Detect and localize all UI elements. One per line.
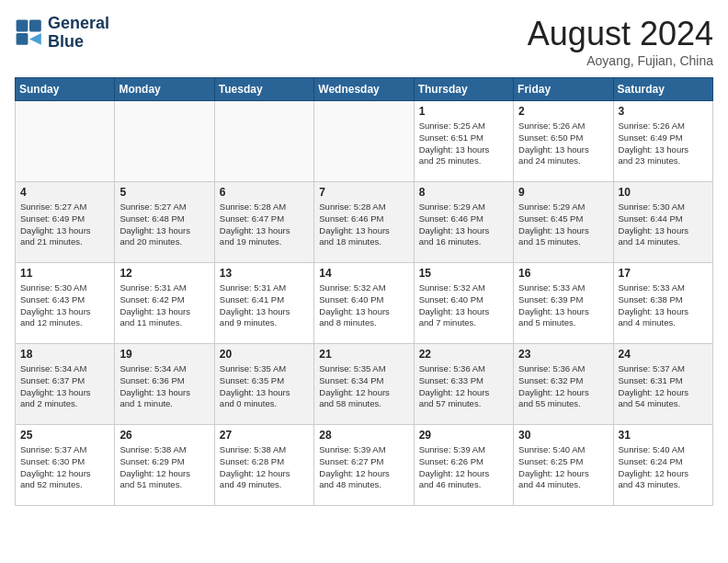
logo-line2: Blue	[48, 33, 109, 52]
day-number: 3	[619, 105, 708, 118]
day-number: 17	[619, 267, 708, 280]
day-number: 7	[319, 186, 408, 199]
day-info: Sunrise: 5:25 AM Sunset: 6:51 PM Dayligh…	[419, 121, 508, 167]
day-number: 22	[419, 348, 508, 361]
day-number: 12	[119, 267, 209, 280]
svg-rect-1	[29, 19, 41, 31]
calendar-cell: 22Sunrise: 5:36 AM Sunset: 6:33 PM Dayli…	[414, 344, 513, 425]
day-number: 2	[518, 105, 608, 118]
day-number: 24	[619, 348, 708, 361]
day-info: Sunrise: 5:33 AM Sunset: 6:38 PM Dayligh…	[619, 282, 708, 329]
calendar-week-row: 11Sunrise: 5:30 AM Sunset: 6:43 PM Dayli…	[16, 263, 713, 344]
day-number: 13	[220, 267, 309, 280]
calendar-week-row: 18Sunrise: 5:34 AM Sunset: 6:37 PM Dayli…	[16, 344, 713, 425]
svg-rect-0	[17, 19, 28, 31]
weekday-header-friday: Friday	[514, 78, 613, 101]
calendar-cell: 24Sunrise: 5:37 AM Sunset: 6:31 PM Dayli…	[613, 344, 712, 425]
day-info: Sunrise: 5:32 AM Sunset: 6:40 PM Dayligh…	[419, 282, 508, 329]
day-number: 29	[419, 429, 508, 442]
calendar-cell: 6Sunrise: 5:28 AM Sunset: 6:47 PM Daylig…	[214, 182, 313, 263]
day-number: 20	[220, 348, 309, 361]
day-number: 4	[20, 186, 109, 199]
day-number: 11	[20, 267, 109, 280]
calendar-cell: 5Sunrise: 5:27 AM Sunset: 6:48 PM Daylig…	[115, 182, 214, 263]
day-number: 21	[319, 348, 408, 361]
calendar-cell: 26Sunrise: 5:38 AM Sunset: 6:29 PM Dayli…	[115, 425, 214, 506]
day-number: 16	[518, 267, 608, 280]
title-block: August 2024 Aoyang, Fujian, China	[528, 15, 713, 68]
day-info: Sunrise: 5:39 AM Sunset: 6:27 PM Dayligh…	[319, 444, 408, 491]
day-info: Sunrise: 5:28 AM Sunset: 6:46 PM Dayligh…	[319, 201, 408, 248]
calendar-cell: 20Sunrise: 5:35 AM Sunset: 6:35 PM Dayli…	[214, 344, 313, 425]
calendar-cell: 14Sunrise: 5:32 AM Sunset: 6:40 PM Dayli…	[314, 263, 414, 344]
day-info: Sunrise: 5:34 AM Sunset: 6:36 PM Dayligh…	[119, 363, 209, 410]
day-info: Sunrise: 5:27 AM Sunset: 6:48 PM Dayligh…	[119, 201, 209, 248]
day-info: Sunrise: 5:37 AM Sunset: 6:30 PM Dayligh…	[20, 444, 109, 491]
location: Aoyang, Fujian, China	[528, 53, 713, 68]
calendar-cell: 17Sunrise: 5:33 AM Sunset: 6:38 PM Dayli…	[613, 263, 712, 344]
month-title: August 2024	[528, 15, 713, 53]
weekday-header-tuesday: Tuesday	[214, 78, 313, 101]
day-info: Sunrise: 5:39 AM Sunset: 6:26 PM Dayligh…	[419, 444, 508, 491]
day-number: 1	[419, 105, 508, 118]
svg-rect-2	[17, 33, 28, 45]
calendar-cell: 25Sunrise: 5:37 AM Sunset: 6:30 PM Dayli…	[16, 425, 115, 506]
calendar-cell: 21Sunrise: 5:35 AM Sunset: 6:34 PM Dayli…	[314, 344, 414, 425]
day-number: 15	[419, 267, 508, 280]
calendar-cell: 27Sunrise: 5:38 AM Sunset: 6:28 PM Dayli…	[214, 425, 313, 506]
calendar-cell: 11Sunrise: 5:30 AM Sunset: 6:43 PM Dayli…	[16, 263, 115, 344]
calendar-cell: 23Sunrise: 5:36 AM Sunset: 6:32 PM Dayli…	[514, 344, 613, 425]
day-info: Sunrise: 5:26 AM Sunset: 6:50 PM Dayligh…	[518, 121, 608, 167]
calendar-cell: 15Sunrise: 5:32 AM Sunset: 6:40 PM Dayli…	[414, 263, 513, 344]
day-info: Sunrise: 5:31 AM Sunset: 6:42 PM Dayligh…	[119, 282, 209, 329]
day-number: 30	[518, 429, 608, 442]
page-header: General Blue August 2024 Aoyang, Fujian,…	[15, 15, 713, 68]
calendar-cell: 7Sunrise: 5:28 AM Sunset: 6:46 PM Daylig…	[314, 182, 414, 263]
calendar-cell: 1Sunrise: 5:25 AM Sunset: 6:51 PM Daylig…	[414, 101, 513, 182]
logo: General Blue	[15, 15, 109, 52]
calendar-cell: 4Sunrise: 5:27 AM Sunset: 6:49 PM Daylig…	[16, 182, 115, 263]
calendar-cell: 13Sunrise: 5:31 AM Sunset: 6:41 PM Dayli…	[214, 263, 313, 344]
day-info: Sunrise: 5:40 AM Sunset: 6:25 PM Dayligh…	[518, 444, 608, 491]
logo-line1: General	[48, 15, 109, 33]
weekday-header-monday: Monday	[115, 78, 214, 101]
calendar-cell: 2Sunrise: 5:26 AM Sunset: 6:50 PM Daylig…	[514, 101, 613, 182]
day-number: 28	[319, 429, 408, 442]
day-info: Sunrise: 5:38 AM Sunset: 6:29 PM Dayligh…	[119, 444, 209, 491]
day-info: Sunrise: 5:29 AM Sunset: 6:46 PM Dayligh…	[419, 201, 508, 248]
calendar-week-row: 1Sunrise: 5:25 AM Sunset: 6:51 PM Daylig…	[16, 101, 713, 182]
day-info: Sunrise: 5:30 AM Sunset: 6:44 PM Dayligh…	[619, 201, 708, 248]
day-info: Sunrise: 5:36 AM Sunset: 6:32 PM Dayligh…	[518, 363, 608, 410]
logo-text: General Blue	[48, 15, 109, 52]
day-info: Sunrise: 5:35 AM Sunset: 6:34 PM Dayligh…	[319, 363, 408, 410]
calendar-cell	[16, 101, 115, 182]
day-number: 27	[220, 429, 309, 442]
calendar-cell: 29Sunrise: 5:39 AM Sunset: 6:26 PM Dayli…	[414, 425, 513, 506]
day-info: Sunrise: 5:29 AM Sunset: 6:45 PM Dayligh…	[518, 201, 608, 248]
calendar-cell: 10Sunrise: 5:30 AM Sunset: 6:44 PM Dayli…	[613, 182, 712, 263]
weekday-header-saturday: Saturday	[613, 78, 712, 101]
day-number: 19	[119, 348, 209, 361]
weekday-header-row: SundayMondayTuesdayWednesdayThursdayFrid…	[16, 78, 713, 101]
logo-icon	[15, 18, 44, 48]
day-number: 8	[419, 186, 508, 199]
day-number: 26	[119, 429, 209, 442]
calendar-cell: 8Sunrise: 5:29 AM Sunset: 6:46 PM Daylig…	[414, 182, 513, 263]
day-number: 23	[518, 348, 608, 361]
weekday-header-thursday: Thursday	[414, 78, 513, 101]
weekday-header-sunday: Sunday	[16, 78, 115, 101]
day-number: 18	[20, 348, 109, 361]
calendar-cell	[115, 101, 214, 182]
weekday-header-wednesday: Wednesday	[314, 78, 414, 101]
day-number: 6	[220, 186, 309, 199]
day-info: Sunrise: 5:32 AM Sunset: 6:40 PM Dayligh…	[319, 282, 408, 329]
day-info: Sunrise: 5:33 AM Sunset: 6:39 PM Dayligh…	[518, 282, 608, 329]
svg-marker-3	[29, 33, 41, 45]
day-number: 10	[619, 186, 708, 199]
calendar-cell: 12Sunrise: 5:31 AM Sunset: 6:42 PM Dayli…	[115, 263, 214, 344]
day-info: Sunrise: 5:27 AM Sunset: 6:49 PM Dayligh…	[20, 201, 109, 248]
calendar-cell: 30Sunrise: 5:40 AM Sunset: 6:25 PM Dayli…	[514, 425, 613, 506]
day-info: Sunrise: 5:26 AM Sunset: 6:49 PM Dayligh…	[619, 121, 708, 167]
day-number: 25	[20, 429, 109, 442]
calendar-cell	[314, 101, 414, 182]
